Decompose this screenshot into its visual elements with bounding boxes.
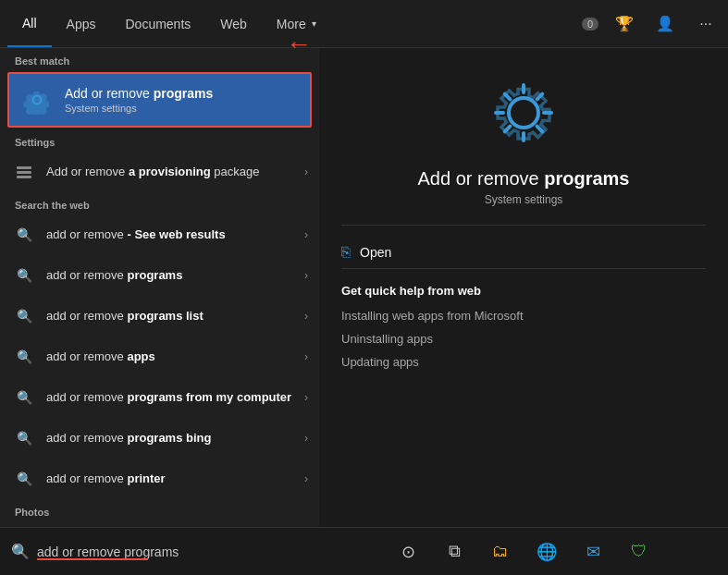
chevron-down-icon: ▾ (312, 18, 316, 29)
search-bar-icon: 🔍 (11, 543, 30, 560)
user-icon[interactable]: 👤 (650, 9, 680, 39)
list-item-web-6[interactable]: 🔍 add or remove printer › (0, 459, 319, 499)
web-item-text-3: add or remove apps (46, 349, 304, 365)
provisioning-text: Add or remove a provisioning package (46, 165, 304, 180)
arrow-annotation: ← (286, 30, 312, 59)
chevron-right-icon: › (304, 350, 308, 363)
search-icon: 🔍 (11, 425, 37, 451)
open-button[interactable]: ⎘ Open (341, 237, 706, 268)
taskbar-explorer-icon[interactable]: 🗂 (480, 532, 521, 572)
more-options-icon[interactable]: ··· (691, 9, 721, 39)
settings-label: Settings (0, 129, 319, 152)
best-match-text: Add or remove programs System settings (65, 86, 299, 114)
taskbar-multitask-icon[interactable]: ⧉ (434, 532, 475, 572)
quick-help-item-1[interactable]: Uninstalling apps (341, 332, 706, 346)
web-search-label: Search the web (0, 192, 319, 214)
search-icon: 🔍 (11, 222, 37, 248)
divider-2 (341, 268, 706, 269)
search-icon: 🔍 (11, 263, 37, 288)
taskbar-browser-icon[interactable]: 🌐 (526, 532, 567, 572)
search-icon: 🔍 (11, 385, 37, 410)
web-item-text-5: add or remove programs bing (46, 431, 304, 447)
settings-icon (11, 159, 37, 185)
best-match-title: Add or remove programs (65, 86, 299, 101)
list-item-web-3[interactable]: 🔍 add or remove apps › (0, 336, 319, 377)
divider-1 (341, 225, 706, 226)
detail-title: Add or remove programs (341, 168, 706, 190)
taskbar: ⊙ ⧉ 🗂 🌐 ✉ 🛡 (319, 527, 728, 575)
list-item-web-0[interactable]: 🔍 add or remove - See web results › (0, 214, 319, 255)
tab-documents[interactable]: Documents (110, 0, 205, 47)
web-item-text-2: add or remove programs list (46, 309, 304, 324)
chevron-right-icon: › (304, 269, 308, 282)
chevron-right-icon: › (304, 432, 308, 445)
search-icon: 🔍 (11, 344, 37, 370)
open-icon: ⎘ (341, 244, 351, 261)
search-icon: 🔍 (11, 466, 37, 492)
web-item-text-1: add or remove programs (46, 268, 304, 284)
list-item-web-2[interactable]: 🔍 add or remove programs list › (0, 296, 319, 336)
chevron-right-icon: › (304, 391, 308, 404)
search-bar: 🔍 (0, 527, 319, 575)
right-content: Add or remove programs System settings ⎘… (341, 168, 706, 378)
tab-web[interactable]: Web (205, 0, 262, 47)
gear-icon (20, 83, 54, 116)
tab-right-actions: 0 🏆 👤 ··· (582, 9, 721, 39)
chevron-right-icon: › (304, 310, 308, 323)
search-icon: 🔍 (11, 303, 37, 329)
best-match-item[interactable]: Add or remove programs System settings (7, 72, 312, 128)
list-item-provisioning[interactable]: Add or remove a provisioning package › (0, 152, 319, 192)
svg-point-3 (509, 98, 538, 128)
taskbar-defender-icon[interactable]: 🛡 (619, 532, 660, 572)
chevron-right-icon: › (304, 165, 308, 178)
right-panel: ← Add or remove programs System settings… (319, 48, 728, 575)
notification-badge: 0 (582, 18, 598, 31)
search-bar-inner (37, 544, 308, 560)
detail-gear-icon (487, 76, 561, 153)
svg-rect-0 (17, 166, 31, 169)
tab-all[interactable]: All (7, 0, 52, 47)
best-match-label: Best match (0, 48, 319, 70)
quick-help-item-2[interactable]: Updating apps (341, 355, 706, 369)
quick-help-title: Get quick help from web (341, 284, 706, 298)
tab-apps[interactable]: Apps (52, 0, 111, 47)
left-panel: Best match Add or remove programs System… (0, 48, 319, 575)
list-item-web-5[interactable]: 🔍 add or remove programs bing › (0, 418, 319, 459)
list-item-web-4[interactable]: 🔍 add or remove programs from my compute… (0, 377, 319, 418)
taskbar-mail-icon[interactable]: ✉ (573, 532, 613, 572)
tab-bar: All Apps Documents Web More ▾ 0 🏆 👤 ··· (0, 0, 728, 48)
web-item-text-6: add or remove printer (46, 471, 304, 487)
web-item-text-0: add or remove - See web results (46, 227, 304, 243)
main-layout: Best match Add or remove programs System… (0, 48, 728, 575)
taskbar-search-icon[interactable]: ⊙ (388, 532, 428, 572)
search-input[interactable] (37, 544, 199, 559)
svg-rect-1 (17, 171, 31, 174)
list-item-web-1[interactable]: 🔍 add or remove programs › (0, 255, 319, 296)
search-underline (37, 558, 148, 560)
trophy-icon[interactable]: 🏆 (610, 9, 639, 39)
chevron-right-icon: › (304, 472, 308, 485)
results-scroll[interactable]: Best match Add or remove programs System… (0, 48, 319, 527)
quick-help-item-0[interactable]: Installing web apps from Microsoft (341, 309, 706, 323)
best-match-subtitle: System settings (65, 103, 299, 114)
chevron-right-icon: › (304, 228, 308, 241)
svg-rect-2 (17, 176, 31, 178)
detail-subtitle: System settings (341, 193, 706, 206)
photos-label: Photos (0, 499, 319, 521)
web-item-text-4: add or remove programs from my computer (46, 390, 304, 406)
